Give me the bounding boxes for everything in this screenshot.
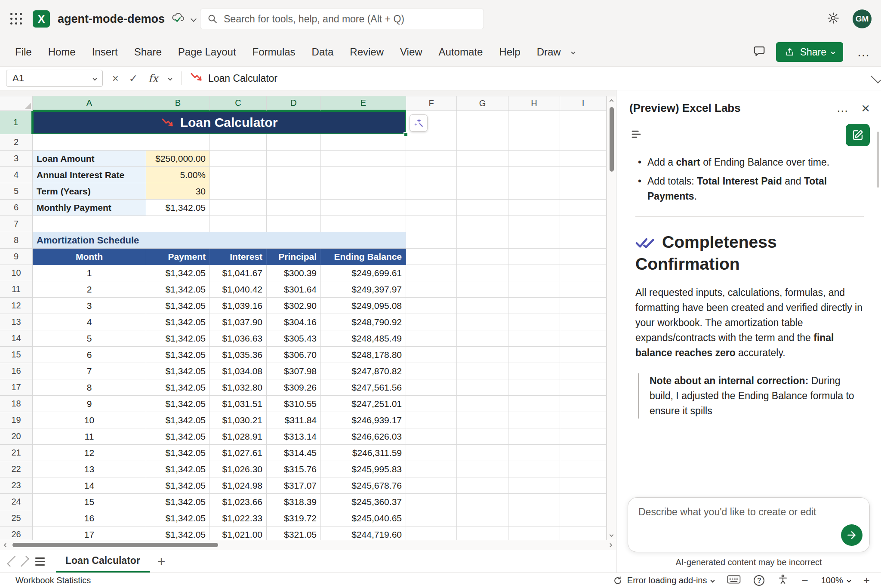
table-data-cell[interactable]: 4 xyxy=(33,314,146,330)
table-data-cell[interactable]: 17 xyxy=(33,526,146,540)
cell[interactable] xyxy=(508,379,560,396)
table-data-cell[interactable]: $247,870.82 xyxy=(321,363,406,379)
table-header-cell[interactable]: Payment xyxy=(146,249,210,265)
table-data-cell[interactable]: $313.14 xyxy=(267,428,321,445)
row-header-1[interactable]: 1 xyxy=(0,111,33,134)
cell[interactable] xyxy=(457,363,508,379)
table-data-cell[interactable]: $321.05 xyxy=(267,526,321,540)
table-data-cell[interactable]: $1,342.05 xyxy=(146,363,210,379)
table-data-cell[interactable]: 11 xyxy=(33,428,146,445)
cancel-icon[interactable]: × xyxy=(112,72,119,85)
help-icon[interactable]: ? xyxy=(754,575,764,586)
table-data-cell[interactable]: $311.84 xyxy=(267,412,321,428)
cell[interactable] xyxy=(508,526,560,540)
table-data-cell[interactable]: $1,024.98 xyxy=(210,477,267,494)
cell[interactable] xyxy=(560,461,607,477)
menu-share[interactable]: Share xyxy=(126,46,170,58)
cell[interactable] xyxy=(457,461,508,477)
cell[interactable] xyxy=(457,298,508,314)
cell[interactable] xyxy=(560,379,607,396)
table-data-cell[interactable]: $1,040.42 xyxy=(210,281,267,298)
cell[interactable] xyxy=(210,216,267,232)
row-header-10[interactable]: 10 xyxy=(0,265,33,281)
panel-more-icon[interactable]: … xyxy=(836,102,848,114)
cell[interactable] xyxy=(508,265,560,281)
column-header-B[interactable]: B xyxy=(146,96,210,111)
share-button[interactable]: Share xyxy=(776,42,843,62)
table-data-cell[interactable]: $1,021.00 xyxy=(210,526,267,540)
send-button[interactable] xyxy=(841,524,863,546)
table-data-cell[interactable]: $306.70 xyxy=(267,347,321,363)
table-data-cell[interactable]: $1,023.66 xyxy=(210,494,267,510)
menu-help[interactable]: Help xyxy=(491,46,528,58)
cell[interactable] xyxy=(508,396,560,412)
zoom-out-button[interactable]: − xyxy=(801,574,808,587)
table-header-cell[interactable]: Ending Balance xyxy=(321,249,406,265)
column-header-C[interactable]: C xyxy=(210,96,267,111)
column-header-H[interactable]: H xyxy=(508,96,560,111)
input-label-cell[interactable]: Loan Amount xyxy=(33,151,146,167)
table-data-cell[interactable]: $1,342.05 xyxy=(146,396,210,412)
table-data-cell[interactable]: $315.76 xyxy=(267,461,321,477)
cell[interactable] xyxy=(146,134,210,151)
cell[interactable] xyxy=(508,510,560,526)
row-header-20[interactable]: 20 xyxy=(0,428,33,445)
table-data-cell[interactable]: $244,719.60 xyxy=(321,526,406,540)
cell[interactable] xyxy=(321,151,406,167)
row-header-21[interactable]: 21 xyxy=(0,445,33,461)
cell[interactable] xyxy=(457,281,508,298)
row-header-24[interactable]: 24 xyxy=(0,494,33,510)
row-header-15[interactable]: 15 xyxy=(0,347,33,363)
cell[interactable] xyxy=(508,216,560,232)
table-data-cell[interactable]: $317.07 xyxy=(267,477,321,494)
row-header-14[interactable]: 14 xyxy=(0,330,33,347)
table-data-cell[interactable]: $1,342.05 xyxy=(146,526,210,540)
menu-file[interactable]: File xyxy=(7,46,40,58)
cell[interactable] xyxy=(406,183,457,200)
saved-status-icon[interactable] xyxy=(172,12,185,25)
scroll-down-icon[interactable] xyxy=(610,533,614,537)
input-label-cell[interactable]: Term (Years) xyxy=(33,183,146,200)
cell[interactable] xyxy=(560,412,607,428)
cell[interactable] xyxy=(457,314,508,330)
input-label-cell[interactable]: Monthly Payment xyxy=(33,200,146,216)
row-header-26[interactable]: 26 xyxy=(0,526,33,540)
chat-input-card[interactable] xyxy=(628,497,870,552)
table-data-cell[interactable]: $304.16 xyxy=(267,314,321,330)
cell[interactable] xyxy=(406,281,457,298)
row-header-19[interactable]: 19 xyxy=(0,412,33,428)
cell[interactable] xyxy=(406,461,457,477)
table-data-cell[interactable]: $246,311.59 xyxy=(321,445,406,461)
cell[interactable] xyxy=(406,510,457,526)
table-data-cell[interactable]: $309.26 xyxy=(267,379,321,396)
cell[interactable] xyxy=(321,216,406,232)
menu-overflow-chevron-icon[interactable] xyxy=(571,50,575,54)
cell[interactable] xyxy=(406,494,457,510)
cell[interactable] xyxy=(560,428,607,445)
cell[interactable] xyxy=(560,510,607,526)
table-data-cell[interactable]: $319.72 xyxy=(267,510,321,526)
cell[interactable] xyxy=(457,111,508,134)
menu-page-layout[interactable]: Page Layout xyxy=(170,46,244,58)
table-data-cell[interactable]: $1,031.51 xyxy=(210,396,267,412)
cell[interactable] xyxy=(457,379,508,396)
cell[interactable] xyxy=(508,151,560,167)
cell[interactable] xyxy=(406,477,457,494)
table-data-cell[interactable]: $302.90 xyxy=(267,298,321,314)
scroll-left-icon[interactable] xyxy=(4,543,8,547)
row-header-8[interactable]: 8 xyxy=(0,232,33,249)
row-header-25[interactable]: 25 xyxy=(0,510,33,526)
cell[interactable] xyxy=(508,412,560,428)
title-dropdown-chevron-icon[interactable] xyxy=(191,16,197,22)
menu-view[interactable]: View xyxy=(392,46,431,58)
row-header-6[interactable]: 6 xyxy=(0,200,33,216)
cell[interactable] xyxy=(560,477,607,494)
table-data-cell[interactable]: $1,032.80 xyxy=(210,379,267,396)
column-header-A[interactable]: A xyxy=(33,96,146,111)
table-data-cell[interactable]: $248,790.92 xyxy=(321,314,406,330)
cell[interactable] xyxy=(210,134,267,151)
table-data-cell[interactable]: $247,561.56 xyxy=(321,379,406,396)
row-header-23[interactable]: 23 xyxy=(0,477,33,494)
table-data-cell[interactable]: 1 xyxy=(33,265,146,281)
cell[interactable] xyxy=(146,216,210,232)
